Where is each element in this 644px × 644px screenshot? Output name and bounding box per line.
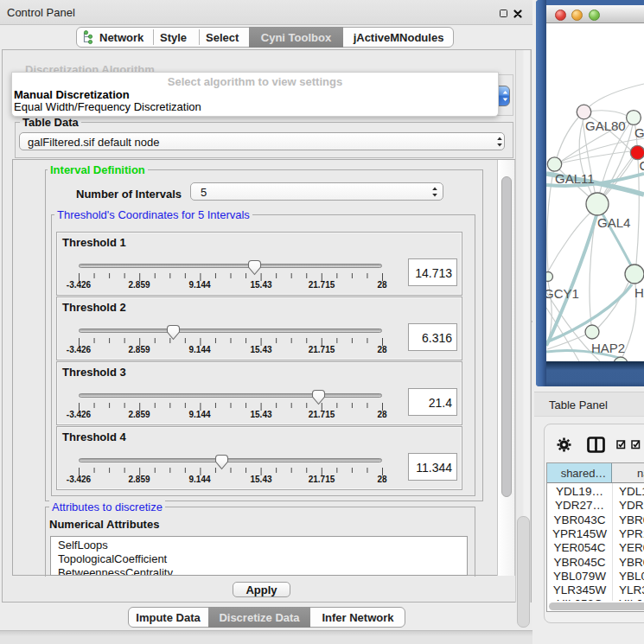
svg-text:HAP2: HAP2 xyxy=(591,341,625,355)
svg-text:GAL4: GAL4 xyxy=(597,215,630,230)
svg-text:GA: GA xyxy=(634,125,644,140)
svg-text:CR: CR xyxy=(640,158,644,173)
svg-text:HA: HA xyxy=(634,285,644,300)
svg-text:GCY1: GCY1 xyxy=(546,286,579,301)
svg-text:GAL11: GAL11 xyxy=(555,171,595,186)
svg-text:GAL80: GAL80 xyxy=(585,118,626,133)
